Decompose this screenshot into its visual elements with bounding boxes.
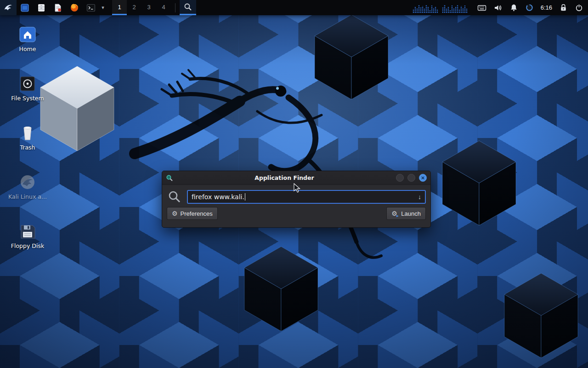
keyboard-icon [477,3,486,12]
gear-icon: ⚙ [172,210,178,217]
trash-icon [18,124,37,142]
terminal-dropdown-chevron[interactable]: ▾ [99,0,107,15]
workspace-3[interactable]: 3 [141,0,156,15]
application-finder-window: Application Finder × firefox www.kali. ↓ [162,171,431,228]
desktop: ▾ 1 2 3 4 [0,0,588,368]
desktop-icon-label: File System [11,95,44,102]
launch-label: Launch [401,210,421,217]
power-icon [575,3,583,12]
desktop-icon-filesystem[interactable]: File System [7,75,48,102]
kali-cd-icon [18,173,37,191]
workspace-2[interactable]: 2 [127,0,141,15]
volume-icon [493,3,503,12]
window-controls: × [396,174,427,182]
taskbar-files-button[interactable] [33,0,50,15]
bell-icon [509,3,518,12]
text-caret [245,193,245,201]
magnifier-icon [184,3,192,11]
titlebar[interactable]: Application Finder × [162,171,430,185]
desktop-icon-label: Trash [20,144,35,151]
desktop-icon-label: Home [19,46,36,52]
search-icon [168,190,181,204]
desktop-icon-home[interactable]: Home [7,26,48,52]
file-cabinet-icon [37,3,46,12]
search-input[interactable]: firefox www.kali. ↓ [187,190,426,204]
preferences-button[interactable]: ⚙ Preferences [167,207,218,220]
filemanager-icon [20,3,29,12]
taskbar-terminal-button[interactable] [83,0,99,15]
text-editor-icon [53,3,62,12]
desktop-icon-trash[interactable]: Trash [7,124,48,151]
task-application-finder[interactable] [180,0,196,15]
taskbar-texteditor-button[interactable] [50,0,66,15]
system-monitor-graph[interactable] [413,3,470,13]
panel-separator [175,3,175,12]
appfinder-window-icon [166,174,173,182]
terminal-icon [86,3,96,12]
updates-indicator-button[interactable] [525,0,534,15]
floppy-disk-icon [18,223,37,240]
filesystem-icon [18,75,37,92]
keyboard-indicator-button[interactable] [477,0,486,15]
search-query-text: firefox www.kali. [192,193,244,201]
panel-tray: 6:16 [413,0,588,15]
taskbar-filemanager-button[interactable] [17,0,33,15]
taskbar-firefox-button[interactable] [66,0,83,15]
notifications-button[interactable] [509,0,518,15]
workspace-4[interactable]: 4 [156,0,171,15]
window-title: Application Finder [166,174,403,181]
workspace-1[interactable]: 1 [112,0,127,15]
desktop-icon-kali-installer[interactable]: Kali Linux a... [7,173,48,200]
volume-button[interactable] [493,0,503,15]
firefox-icon [70,3,79,12]
lock-screen-button[interactable] [559,0,568,15]
close-icon: × [421,175,425,181]
update-circle-icon [525,3,534,12]
chevron-down-icon: ▾ [102,5,104,11]
top-panel: ▾ 1 2 3 4 [0,0,588,15]
finder-footer: ⚙ Preferences ⚙ ► Launch [162,204,430,220]
finder-body: firefox www.kali. ↓ [162,185,430,204]
launch-button[interactable]: ⚙ ► Launch [386,207,426,220]
logout-power-button[interactable] [575,0,583,15]
kali-logo-icon [3,3,13,13]
desktop-icon-label: Kali Linux a... [8,193,47,200]
workspace-switcher: 1 2 3 4 [112,0,171,15]
desktop-icon-label: Floppy Disk [11,242,44,249]
desktop-icon-floppy[interactable]: Floppy Disk [7,223,48,249]
kali-menu-button[interactable] [0,0,17,15]
maximize-button[interactable] [407,174,415,182]
close-button[interactable]: × [419,174,427,182]
lock-icon [559,3,568,12]
preferences-label: Preferences [181,210,213,217]
clock[interactable]: 6:16 [541,0,552,15]
entry-dropdown-arrow[interactable]: ↓ [418,193,421,201]
minimize-button[interactable] [396,174,404,182]
home-icon [18,26,37,43]
arrow-down-icon: ↓ [418,193,421,201]
run-icon: ⚙ ► [391,210,398,217]
